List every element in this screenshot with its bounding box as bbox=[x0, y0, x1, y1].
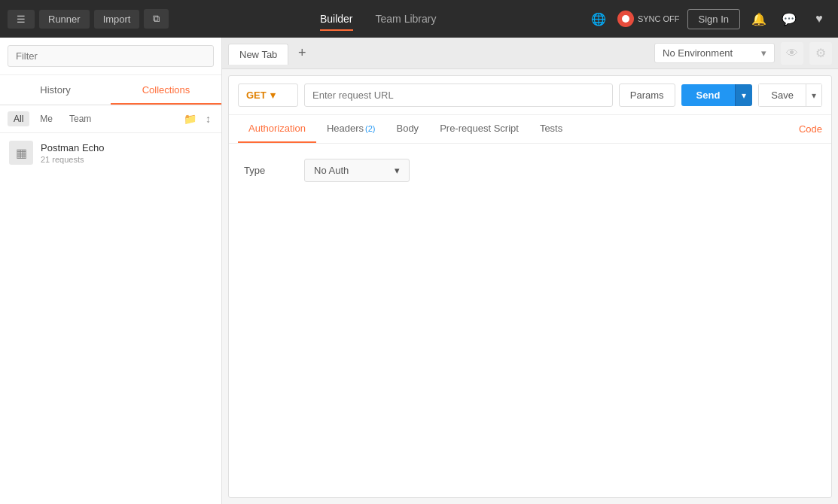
plus-icon: + bbox=[298, 45, 306, 61]
content-area: New Tab + No Environment ▾ 👁 ⚙ bbox=[222, 38, 838, 504]
sidebar-content: ▦ Postman Echo 21 requests bbox=[0, 133, 221, 504]
collection-info: Postman Echo 21 requests bbox=[41, 142, 212, 164]
main-layout: History Collections All Me Team 📁 ↕ bbox=[0, 38, 838, 504]
filter-icons: 📁 ↕ bbox=[181, 111, 214, 126]
import-button[interactable]: Import bbox=[94, 10, 140, 29]
type-row: Type No Auth ▾ bbox=[244, 159, 816, 182]
params-button[interactable]: Params bbox=[619, 83, 675, 107]
url-input[interactable] bbox=[304, 83, 613, 107]
type-label: Type bbox=[244, 165, 289, 176]
pre-request-tab[interactable]: Pre-request Script bbox=[429, 115, 529, 143]
eye-icon: 👁 bbox=[786, 47, 798, 60]
new-tab-icon: ⧉ bbox=[153, 13, 160, 25]
layout-toggle-button[interactable]: ☰ bbox=[8, 10, 35, 29]
filter-team-button[interactable]: Team bbox=[63, 111, 97, 126]
filter-me-button[interactable]: Me bbox=[34, 111, 59, 126]
sort-button[interactable]: ↕ bbox=[203, 111, 214, 126]
eye-button[interactable]: 👁 bbox=[781, 42, 803, 65]
environment-select[interactable]: No Environment ▾ bbox=[654, 43, 775, 63]
save-chevron-icon: ▾ bbox=[812, 90, 816, 101]
collection-icon: ▦ bbox=[9, 141, 33, 165]
code-link-label: Code bbox=[799, 123, 822, 135]
sidebar-search-container bbox=[0, 38, 221, 75]
folder-plus-icon: 📁 bbox=[184, 113, 197, 125]
send-label: Send bbox=[696, 90, 721, 101]
new-tab-label: New Tab bbox=[239, 49, 277, 60]
send-button-group: Send ▾ bbox=[681, 84, 753, 106]
request-bar: GET ▾ Params Send ▾ Save bbox=[229, 76, 831, 115]
save-button[interactable]: Save bbox=[758, 83, 806, 107]
settings-globe-button[interactable]: 🌐 bbox=[587, 8, 610, 30]
new-tab-icon-button[interactable]: ⧉ bbox=[144, 9, 169, 29]
folder-icon: ▦ bbox=[16, 146, 27, 160]
body-tab[interactable]: Body bbox=[385, 115, 429, 143]
send-chevron-icon: ▾ bbox=[742, 90, 746, 101]
sync-label: SYNC OFF bbox=[638, 14, 680, 23]
no-env-label: No Environment bbox=[663, 47, 733, 59]
tests-tab[interactable]: Tests bbox=[529, 115, 573, 143]
sidebar-tabs: History Collections bbox=[0, 75, 221, 105]
top-nav-left: ☰ Runner Import ⧉ bbox=[8, 9, 169, 29]
globe-icon: 🌐 bbox=[591, 12, 606, 26]
top-nav: ☰ Runner Import ⧉ Builder Team Library 🌐… bbox=[0, 0, 838, 38]
method-select[interactable]: GET ▾ bbox=[238, 83, 298, 107]
history-tab[interactable]: History bbox=[0, 75, 111, 105]
send-chevron-button[interactable]: ▾ bbox=[735, 84, 752, 106]
auth-section: Type No Auth ▾ bbox=[229, 144, 831, 197]
method-chevron-icon: ▾ bbox=[270, 90, 276, 101]
heart-icon: ♥ bbox=[815, 12, 823, 26]
method-label: GET bbox=[246, 90, 267, 101]
headers-tab-label: Headers bbox=[327, 123, 364, 134]
chat-icon: 💬 bbox=[782, 12, 797, 26]
request-section: GET ▾ Params Send ▾ Save bbox=[228, 75, 832, 498]
list-item[interactable]: ▦ Postman Echo 21 requests bbox=[0, 133, 221, 172]
sync-dot-inner bbox=[622, 15, 629, 23]
sidebar: History Collections All Me Team 📁 ↕ bbox=[0, 38, 222, 504]
sync-dot bbox=[617, 11, 634, 27]
add-tab-button[interactable]: + bbox=[291, 43, 312, 64]
sign-in-label: Sign In bbox=[699, 14, 729, 25]
tests-tab-label: Tests bbox=[540, 123, 562, 134]
history-tab-label: History bbox=[40, 84, 70, 96]
save-label: Save bbox=[771, 90, 794, 101]
collection-name: Postman Echo bbox=[41, 142, 212, 153]
sync-button[interactable]: SYNC OFF bbox=[617, 11, 680, 27]
chevron-down-icon: ▾ bbox=[761, 47, 766, 59]
env-settings-button[interactable]: ⚙ bbox=[809, 42, 832, 65]
sign-in-button[interactable]: Sign In bbox=[687, 9, 740, 29]
authorization-tab-label: Authorization bbox=[248, 123, 306, 134]
notifications-button[interactable]: 🔔 bbox=[748, 8, 770, 30]
layout-icon: ☰ bbox=[17, 14, 26, 25]
collections-tab[interactable]: Collections bbox=[111, 75, 221, 105]
env-bar: No Environment ▾ 👁 ⚙ bbox=[654, 42, 832, 65]
gear-icon: ⚙ bbox=[815, 46, 826, 60]
new-collection-button[interactable]: 📁 bbox=[181, 111, 200, 126]
headers-tab[interactable]: Headers(2) bbox=[316, 115, 386, 143]
top-nav-right: 🌐 SYNC OFF Sign In 🔔 💬 ♥ bbox=[587, 8, 830, 30]
heart-button[interactable]: ♥ bbox=[808, 8, 830, 30]
sidebar-filter-row: All Me Team 📁 ↕ bbox=[0, 105, 221, 133]
save-button-group: Save ▾ bbox=[758, 83, 822, 107]
authorization-tab[interactable]: Authorization bbox=[238, 115, 316, 143]
send-button[interactable]: Send bbox=[681, 84, 736, 106]
tab-bar: New Tab + bbox=[228, 38, 312, 68]
builder-tab[interactable]: Builder bbox=[320, 10, 353, 28]
auth-type-chevron-icon: ▾ bbox=[395, 165, 400, 176]
no-auth-label: No Auth bbox=[314, 165, 349, 176]
top-nav-center: Builder Team Library bbox=[169, 10, 587, 28]
new-tab[interactable]: New Tab bbox=[228, 44, 288, 65]
filter-input[interactable] bbox=[8, 45, 214, 67]
auth-type-select[interactable]: No Auth ▾ bbox=[304, 159, 410, 182]
filter-all-button[interactable]: All bbox=[8, 111, 29, 126]
body-tab-label: Body bbox=[396, 123, 419, 134]
collections-tab-label: Collections bbox=[142, 84, 190, 96]
chat-button[interactable]: 💬 bbox=[778, 8, 800, 30]
pre-request-tab-label: Pre-request Script bbox=[440, 123, 519, 134]
import-label: Import bbox=[103, 14, 131, 25]
runner-button[interactable]: Runner bbox=[39, 10, 90, 29]
request-tabs: Authorization Headers(2) Body Pre-reques… bbox=[229, 115, 831, 144]
save-chevron-button[interactable]: ▾ bbox=[806, 83, 822, 107]
params-label: Params bbox=[630, 90, 664, 101]
team-library-tab[interactable]: Team Library bbox=[376, 10, 437, 28]
code-link[interactable]: Code bbox=[799, 116, 822, 142]
